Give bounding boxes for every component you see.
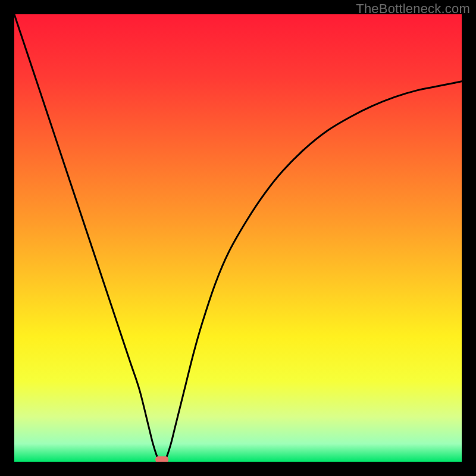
bottleneck-chart — [14, 14, 462, 462]
watermark-text: TheBottleneck.com — [356, 1, 470, 17]
chart-background — [14, 14, 462, 462]
optimal-marker — [155, 456, 168, 462]
chart-frame — [14, 14, 462, 462]
